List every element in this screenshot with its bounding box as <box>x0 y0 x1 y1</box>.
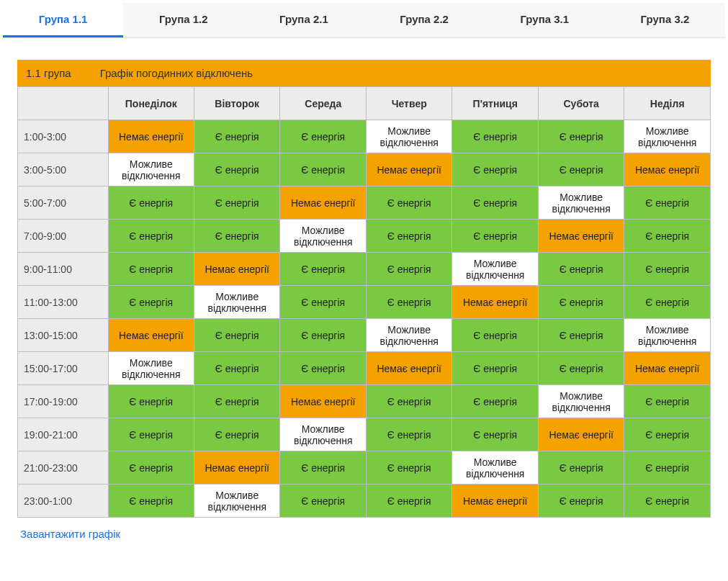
status-cell: Є енергія <box>366 286 451 319</box>
status-cell: Є енергія <box>108 186 194 220</box>
status-cell: Є енергія <box>108 485 194 518</box>
status-cell: Можливе відключення <box>538 385 624 418</box>
status-cell: Є енергія <box>366 385 451 418</box>
status-cell: Немає енергії <box>194 451 280 485</box>
status-cell: Є енергія <box>538 319 624 352</box>
status-cell: Немає енергії <box>366 153 451 186</box>
group-name: 1.1 група <box>26 67 71 79</box>
status-cell: Немає енергії <box>452 286 538 319</box>
status-cell: Немає енергії <box>280 385 366 418</box>
status-cell: Є енергія <box>366 485 451 518</box>
status-cell: Немає енергії <box>280 186 366 220</box>
status-cell: Є енергія <box>108 451 194 485</box>
status-cell: Є енергія <box>452 120 538 153</box>
tab-group-6[interactable]: Група 3.2 <box>605 3 725 37</box>
status-cell: Можливе відключення <box>452 451 538 485</box>
status-cell: Є енергія <box>452 153 538 186</box>
time-slot: 19:00-21:00 <box>18 418 109 451</box>
status-cell: Є енергія <box>452 319 538 352</box>
day-header: Четвер <box>366 87 451 120</box>
schedule-row: 23:00-1:00Є енергіяМожливе відключенняЄ … <box>18 485 711 518</box>
status-cell: Є енергія <box>108 220 194 253</box>
status-cell: Є енергія <box>194 220 280 253</box>
download-schedule-link[interactable]: Завантажити графік <box>17 518 123 544</box>
time-slot: 21:00-23:00 <box>18 451 109 485</box>
status-cell: Можливе відключення <box>366 319 451 352</box>
status-cell: Немає енергії <box>538 418 624 451</box>
status-cell: Є енергія <box>366 451 451 485</box>
status-cell: Є енергія <box>108 253 194 286</box>
status-cell: Немає енергії <box>194 253 280 286</box>
status-cell: Є енергія <box>452 352 538 385</box>
tab-group-3[interactable]: Група 2.1 <box>243 3 364 37</box>
day-header: П'ятниця <box>452 87 538 120</box>
status-cell: Є енергія <box>624 186 711 220</box>
schedule-row: 11:00-13:00Є енергіяМожливе відключенняЄ… <box>18 286 711 319</box>
status-cell: Є енергія <box>108 385 194 418</box>
time-slot: 7:00-9:00 <box>18 220 109 253</box>
status-cell: Є енергія <box>280 286 366 319</box>
status-cell: Можливе відключення <box>280 418 366 451</box>
schedule-row: 15:00-17:00Можливе відключенняЄ енергіяЄ… <box>18 352 711 385</box>
status-cell: Є енергія <box>194 186 280 220</box>
day-header: Середа <box>280 87 366 120</box>
status-cell: Є енергія <box>108 418 194 451</box>
time-slot: 5:00-7:00 <box>18 186 109 220</box>
status-cell: Є енергія <box>366 186 451 220</box>
status-cell: Є енергія <box>194 120 280 153</box>
time-slot: 15:00-17:00 <box>18 352 109 385</box>
status-cell: Є енергія <box>538 451 624 485</box>
time-slot: 3:00-5:00 <box>18 153 109 186</box>
status-cell: Можливе відключення <box>280 220 366 253</box>
status-cell: Є енергія <box>538 485 624 518</box>
tab-group-2[interactable]: Група 1.2 <box>123 3 243 37</box>
schedule-title-bar: 1.1 група Графік погодинних відключень <box>17 60 711 86</box>
group-tabs: Група 1.1Група 1.2Група 2.1Група 2.2Груп… <box>3 3 725 38</box>
tab-group-1[interactable]: Група 1.1 <box>3 3 123 37</box>
status-cell: Є енергія <box>624 451 711 485</box>
status-cell: Є енергія <box>194 418 280 451</box>
time-column-header <box>18 87 109 120</box>
status-cell: Є енергія <box>538 286 624 319</box>
status-cell: Немає енергії <box>624 153 711 186</box>
tab-group-4[interactable]: Група 2.2 <box>364 3 485 37</box>
schedule-row: 1:00-3:00Немає енергіїЄ енергіяЄ енергія… <box>18 120 711 153</box>
status-cell: Є енергія <box>194 385 280 418</box>
status-cell: Є енергія <box>624 485 711 518</box>
status-cell: Є енергія <box>366 220 451 253</box>
schedule-row: 5:00-7:00Є енергіяЄ енергіяНемає енергії… <box>18 186 711 220</box>
status-cell: Є енергія <box>108 286 194 319</box>
status-cell: Є енергія <box>452 186 538 220</box>
status-cell: Немає енергії <box>366 352 451 385</box>
status-cell: Немає енергії <box>538 220 624 253</box>
schedule-row: 17:00-19:00Є енергіяЄ енергіяНемає енерг… <box>18 385 711 418</box>
status-cell: Є енергія <box>194 153 280 186</box>
tab-group-5[interactable]: Група 3.1 <box>485 3 605 37</box>
status-cell: Є енергія <box>538 352 624 385</box>
status-cell: Немає енергії <box>452 485 538 518</box>
status-cell: Є енергія <box>280 352 366 385</box>
status-cell: Можливе відключення <box>108 153 194 186</box>
status-cell: Немає енергії <box>108 120 194 153</box>
time-slot: 1:00-3:00 <box>18 120 109 153</box>
status-cell: Є енергія <box>280 253 366 286</box>
status-cell: Немає енергії <box>624 352 711 385</box>
day-header: Понеділок <box>108 87 194 120</box>
status-cell: Є енергія <box>280 451 366 485</box>
status-cell: Є енергія <box>280 120 366 153</box>
day-header: Неділя <box>624 87 711 120</box>
time-slot: 13:00-15:00 <box>18 319 109 352</box>
schedule-table: ПонеділокВівторокСередаЧетверП'ятницяСуб… <box>17 86 711 518</box>
time-slot: 17:00-19:00 <box>18 385 109 418</box>
status-cell: Є енергія <box>280 319 366 352</box>
day-header: Субота <box>538 87 624 120</box>
time-slot: 11:00-13:00 <box>18 286 109 319</box>
status-cell: Є енергія <box>624 286 711 319</box>
schedule-row: 7:00-9:00Є енергіяЄ енергіяМожливе відкл… <box>18 220 711 253</box>
day-header: Вівторок <box>194 87 280 120</box>
time-slot: 9:00-11:00 <box>18 253 109 286</box>
status-cell: Можливе відключення <box>194 485 280 518</box>
status-cell: Є енергія <box>538 153 624 186</box>
status-cell: Є енергія <box>194 319 280 352</box>
status-cell: Є енергія <box>280 485 366 518</box>
